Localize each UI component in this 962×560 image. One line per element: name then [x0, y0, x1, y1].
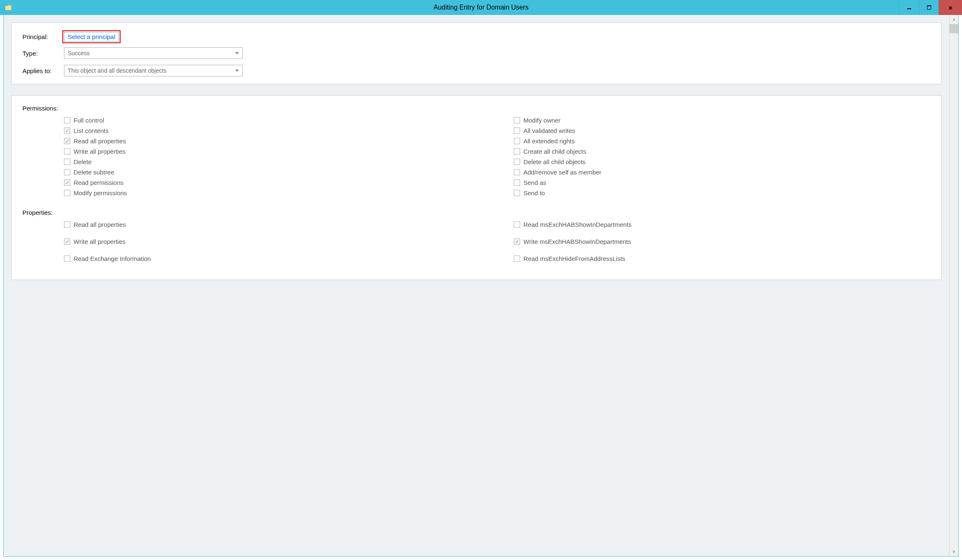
perm-right-item-6[interactable]: Send as: [514, 179, 930, 186]
perm-left-item-5[interactable]: Delete subtree: [64, 169, 481, 176]
checkbox-icon[interactable]: [64, 255, 70, 262]
type-select[interactable]: Success: [64, 47, 243, 59]
checkbox-label: Modify permissions: [74, 189, 127, 196]
perm-left-item-2[interactable]: Read all properties: [64, 138, 481, 145]
checkbox-icon[interactable]: [514, 255, 520, 262]
checkbox-icon[interactable]: [514, 128, 520, 134]
checkbox-icon[interactable]: [514, 238, 520, 245]
permissions-panel: Permissions: Full controlList contentsRe…: [11, 95, 942, 280]
maximize-icon: [927, 5, 931, 10]
checkbox-icon[interactable]: [64, 128, 70, 134]
checkbox-label: Read all properties: [74, 221, 126, 228]
prop-right-item-1[interactable]: Write msExchHABShowInDepartments: [514, 238, 930, 245]
checkbox-icon[interactable]: [64, 179, 70, 186]
perm-right-item-0[interactable]: Modify owner: [514, 117, 930, 124]
minimize-icon: [907, 8, 911, 9]
checkbox-icon[interactable]: [64, 117, 70, 123]
checkbox-icon[interactable]: [514, 169, 520, 175]
perm-left-item-4[interactable]: Delete: [64, 158, 481, 165]
perm-right-item-4[interactable]: Delete all child objects: [514, 158, 930, 165]
scroll-track[interactable]: [950, 33, 958, 547]
type-label: Type:: [22, 50, 64, 57]
checkbox-label: Send to: [523, 189, 545, 196]
maximize-button[interactable]: [919, 0, 939, 15]
permissions-grid: Full controlList contentsRead all proper…: [64, 117, 930, 200]
checkbox-label: Write msExchHABShowInDepartments: [523, 238, 631, 245]
folder-icon: [5, 4, 12, 11]
perm-left-item-7[interactable]: Modify permissions: [64, 189, 481, 196]
checkbox-icon[interactable]: [514, 190, 520, 196]
perm-left-item-6[interactable]: Read permissions: [64, 179, 481, 186]
checkbox-icon[interactable]: [64, 159, 70, 165]
perm-left-item-3[interactable]: Write all properties: [64, 148, 481, 155]
properties-grid: Read all propertiesWrite all propertiesR…: [64, 221, 930, 272]
perm-right-item-7[interactable]: Send to: [514, 189, 930, 196]
principal-label: Principal:: [22, 33, 64, 40]
window-titlebar: Auditing Entry for Domain Users: [0, 0, 962, 15]
perm-right-item-3[interactable]: Create all child objects: [514, 148, 930, 155]
client-area: Principal: Select a principal Type: Succ…: [3, 15, 959, 557]
window-title: Auditing Entry for Domain Users: [0, 4, 962, 11]
close-button[interactable]: [939, 0, 962, 15]
checkbox-icon[interactable]: [514, 159, 520, 165]
checkbox-label: Read all properties: [74, 138, 126, 145]
minimize-button[interactable]: [899, 0, 919, 15]
prop-left-item-1[interactable]: Write all properties: [64, 238, 481, 245]
checkbox-label: Add/remove self as member: [523, 169, 602, 176]
perm-right-item-1[interactable]: All validated writes: [514, 127, 930, 134]
checkbox-label: Write all properties: [74, 148, 126, 155]
applies-value: This object and all descendant objects: [68, 67, 166, 74]
checkbox-label: All extended rights: [523, 138, 575, 145]
checkbox-label: Full control: [74, 117, 104, 124]
checkbox-icon[interactable]: [64, 221, 70, 228]
scroll-up-icon[interactable]: ʌ: [950, 15, 958, 24]
checkbox-label: Send as: [523, 179, 546, 186]
permissions-col-left: Full controlList contentsRead all proper…: [64, 117, 481, 200]
perm-right-item-5[interactable]: Add/remove self as member: [514, 169, 930, 176]
checkbox-icon[interactable]: [514, 148, 520, 155]
properties-title: Properties:: [22, 209, 930, 216]
scroll-down-icon[interactable]: v: [950, 547, 958, 556]
properties-col-right: Read msExchHABShowInDepartmentsWrite msE…: [514, 221, 930, 272]
checkbox-label: Delete: [74, 158, 91, 165]
type-value: Success: [68, 50, 90, 56]
vertical-scrollbar[interactable]: ʌ v: [949, 15, 958, 556]
checkbox-label: Read Exchange Information: [74, 255, 151, 262]
checkbox-icon[interactable]: [64, 148, 70, 155]
top-panel: Principal: Select a principal Type: Succ…: [11, 22, 942, 84]
prop-right-item-2[interactable]: Read msExchHideFromAddressLists: [514, 255, 930, 262]
checkbox-label: Delete all child objects: [523, 158, 585, 165]
checkbox-label: Delete subtree: [74, 169, 114, 176]
checkbox-label: Read msExchHABShowInDepartments: [523, 221, 631, 228]
applies-label: Applies to:: [22, 67, 64, 74]
applies-select[interactable]: This object and all descendant objects: [64, 65, 243, 76]
content: Principal: Select a principal Type: Succ…: [4, 15, 949, 556]
perm-left-item-0[interactable]: Full control: [64, 117, 481, 124]
checkbox-icon[interactable]: [64, 190, 70, 196]
prop-right-item-0[interactable]: Read msExchHABShowInDepartments: [514, 221, 930, 228]
checkbox-icon[interactable]: [514, 179, 520, 186]
checkbox-label: List contents: [74, 127, 109, 134]
checkbox-label: Create all child objects: [523, 148, 586, 155]
checkbox-icon[interactable]: [64, 238, 70, 245]
checkbox-label: Read permissions: [74, 179, 123, 186]
checkbox-icon[interactable]: [514, 117, 520, 123]
prop-left-item-2[interactable]: Read Exchange Information: [64, 255, 481, 262]
permissions-title: Permissions:: [22, 105, 930, 112]
checkbox-icon[interactable]: [514, 138, 520, 144]
checkbox-icon[interactable]: [64, 138, 70, 144]
checkbox-label: Write all properties: [74, 238, 126, 245]
select-principal-link[interactable]: Select a principal: [64, 32, 119, 42]
perm-left-item-1[interactable]: List contents: [64, 127, 481, 134]
scroll-thumb[interactable]: [950, 24, 958, 33]
checkbox-label: Modify owner: [523, 117, 560, 124]
prop-left-item-0[interactable]: Read all properties: [64, 221, 481, 228]
permissions-col-right: Modify ownerAll validated writesAll exte…: [514, 117, 930, 200]
checkbox-label: Read msExchHideFromAddressLists: [523, 255, 625, 262]
perm-right-item-2[interactable]: All extended rights: [514, 138, 930, 145]
checkbox-icon[interactable]: [514, 221, 520, 228]
window-buttons: [899, 0, 962, 15]
checkbox-label: All validated writes: [523, 127, 575, 134]
checkbox-icon[interactable]: [64, 169, 70, 175]
properties-col-left: Read all propertiesWrite all propertiesR…: [64, 221, 481, 272]
